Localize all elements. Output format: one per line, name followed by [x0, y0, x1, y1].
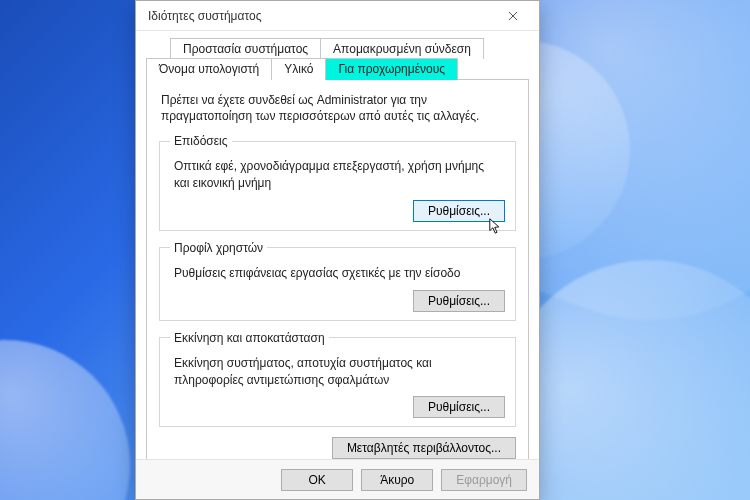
- performance-desc: Οπτικά εφέ, χρονοδιάγραμμα επεξεργαστή, …: [174, 158, 501, 192]
- admin-note: Πρέπει να έχετε συνδεθεί ως Administrato…: [161, 92, 514, 124]
- startup-recovery-group: Εκκίνηση και αποκατάσταση Εκκίνηση συστή…: [159, 331, 516, 428]
- tab-row-top: Προστασία συστήματος Απομακρυσμένη σύνδε…: [170, 37, 529, 58]
- user-profiles-legend: Προφίλ χρηστών: [170, 241, 267, 255]
- close-button[interactable]: [495, 2, 531, 30]
- performance-settings-button[interactable]: Ρυθμίσεις...: [413, 200, 505, 222]
- startup-recovery-desc: Εκκίνηση συστήματος, αποτυχία συστήματος…: [174, 355, 501, 389]
- tab-hardware[interactable]: Υλικό: [271, 58, 326, 80]
- performance-legend: Επιδόσεις: [170, 134, 232, 148]
- tab-system-protection[interactable]: Προστασία συστήματος: [170, 38, 321, 59]
- user-profiles-group: Προφίλ χρηστών Ρυθμίσεις επιφάνειας εργα…: [159, 241, 516, 321]
- tab-computer-name[interactable]: Όνομα υπολογιστή: [146, 58, 272, 80]
- ok-button[interactable]: OK: [281, 469, 353, 491]
- startup-recovery-settings-button[interactable]: Ρυθμίσεις...: [413, 396, 505, 418]
- window-title: Ιδιότητες συστήματος: [148, 9, 261, 23]
- close-icon: [508, 11, 518, 21]
- tab-remote-connection[interactable]: Απομακρυσμένη σύνδεση: [320, 38, 484, 59]
- user-profiles-settings-button[interactable]: Ρυθμίσεις...: [413, 290, 505, 312]
- tab-advanced[interactable]: Για προχωρημένους: [325, 58, 458, 80]
- dialog-content: Προστασία συστήματος Απομακρυσμένη σύνδε…: [136, 31, 539, 474]
- performance-group: Επιδόσεις Οπτικά εφέ, χρονοδιάγραμμα επε…: [159, 134, 516, 231]
- titlebar: Ιδιότητες συστήματος: [136, 1, 539, 31]
- environment-variables-button[interactable]: Μεταβλητές περιβάλλοντος...: [332, 437, 516, 459]
- user-profiles-desc: Ρυθμίσεις επιφάνειας εργασίας σχετικές μ…: [174, 265, 501, 282]
- tab-row-bottom: Όνομα υπολογιστή Υλικό Για προχωρημένους: [146, 57, 529, 79]
- cancel-button[interactable]: Άκυρο: [361, 469, 433, 491]
- startup-recovery-legend: Εκκίνηση και αποκατάσταση: [170, 331, 329, 345]
- system-properties-dialog: Ιδιότητες συστήματος Προστασία συστήματο…: [135, 0, 540, 500]
- apply-button[interactable]: Εφαρμογή: [441, 469, 527, 491]
- advanced-tab-panel: Πρέπει να έχετε συνδεθεί ως Administrato…: [146, 79, 529, 474]
- dialog-footer: OK Άκυρο Εφαρμογή: [136, 459, 539, 499]
